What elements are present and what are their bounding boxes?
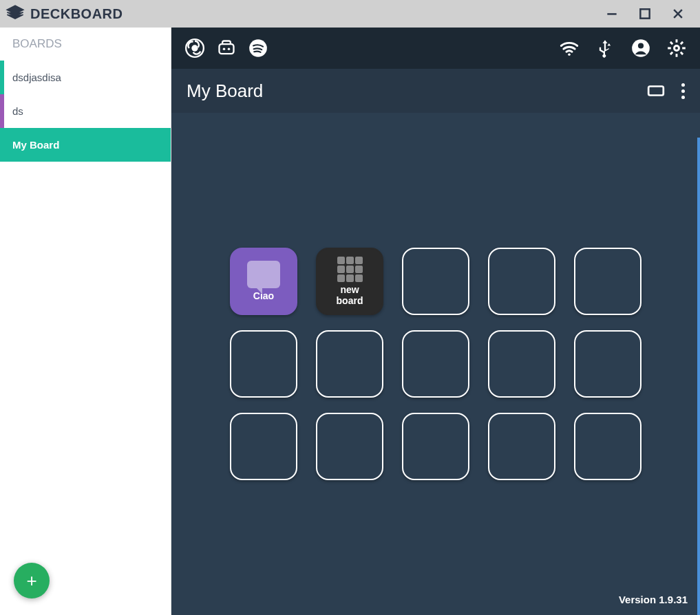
app-title: DECKBOARD bbox=[30, 6, 123, 22]
tile-10[interactable] bbox=[230, 413, 297, 480]
svg-point-10 bbox=[638, 43, 644, 48]
tile-6[interactable] bbox=[316, 330, 383, 398]
tile-2[interactable] bbox=[402, 248, 469, 315]
tile-8[interactable] bbox=[488, 330, 555, 398]
app-logo: DECKBOARD bbox=[6, 4, 123, 23]
tile-4[interactable] bbox=[574, 248, 641, 315]
sidebar-item-label: My Board bbox=[12, 139, 59, 151]
svg-point-11 bbox=[675, 46, 679, 51]
version-label: Version 1.9.31 bbox=[619, 594, 688, 605]
tile-12[interactable] bbox=[402, 413, 469, 480]
plus-icon: + bbox=[26, 570, 36, 592]
svg-rect-4 bbox=[220, 44, 234, 54]
maximize-button[interactable] bbox=[638, 7, 652, 21]
sidebar-item-label: ds bbox=[12, 105, 23, 117]
wifi-icon[interactable] bbox=[560, 39, 579, 58]
streamlabs-icon[interactable] bbox=[217, 39, 236, 58]
minimize-button[interactable] bbox=[605, 7, 619, 21]
window-controls bbox=[605, 7, 694, 21]
svg-rect-0 bbox=[607, 13, 616, 15]
sidebar-item-board-1[interactable]: ds bbox=[0, 94, 171, 128]
svg-rect-12 bbox=[648, 87, 664, 96]
tile-grid: Ciao new board bbox=[230, 248, 641, 480]
tile-1[interactable]: new board bbox=[316, 248, 383, 315]
svg-rect-1 bbox=[640, 9, 649, 18]
tile-14[interactable] bbox=[574, 413, 641, 480]
tile-13[interactable] bbox=[488, 413, 555, 480]
tile-11[interactable] bbox=[316, 413, 383, 480]
close-button[interactable] bbox=[671, 7, 685, 21]
titlebar: DECKBOARD bbox=[0, 0, 700, 28]
tile-9[interactable] bbox=[574, 330, 641, 398]
svg-point-5 bbox=[223, 47, 226, 50]
obs-icon[interactable] bbox=[185, 39, 204, 58]
usb-icon[interactable] bbox=[595, 39, 615, 58]
tile-3[interactable] bbox=[488, 248, 555, 315]
sidebar: BOARDS dsdjasdisa ds My Board + bbox=[0, 28, 171, 615]
grid-icon bbox=[337, 257, 363, 282]
chat-icon bbox=[247, 261, 280, 288]
deckboard-logo-icon bbox=[6, 4, 25, 23]
tile-7[interactable] bbox=[402, 330, 469, 398]
board-header: My Board bbox=[171, 69, 700, 113]
sidebar-header: BOARDS bbox=[0, 28, 171, 61]
account-icon[interactable] bbox=[631, 39, 650, 58]
board-title: My Board bbox=[187, 80, 263, 102]
svg-point-6 bbox=[228, 47, 231, 50]
tile-grid-container: Ciao new board bbox=[171, 113, 700, 615]
tile-5[interactable] bbox=[230, 330, 297, 398]
sidebar-item-label: dsdjasdisa bbox=[12, 72, 61, 83]
fullscreen-icon[interactable] bbox=[647, 82, 665, 100]
svg-point-3 bbox=[191, 45, 198, 51]
more-menu-button[interactable] bbox=[681, 83, 685, 99]
tile-label: new board bbox=[337, 285, 363, 306]
dots-vertical-icon bbox=[681, 83, 685, 99]
add-board-button[interactable]: + bbox=[14, 563, 50, 598]
settings-icon[interactable] bbox=[667, 39, 686, 58]
sidebar-item-board-0[interactable]: dsdjasdisa bbox=[0, 61, 171, 94]
boards-list: dsdjasdisa ds My Board bbox=[0, 61, 171, 615]
svg-point-8 bbox=[568, 54, 571, 56]
spotify-icon[interactable] bbox=[248, 39, 268, 58]
right-edge-indicator bbox=[697, 138, 700, 615]
tile-0[interactable]: Ciao bbox=[230, 248, 297, 315]
toolbar bbox=[171, 28, 700, 69]
main-content: My Board Ciao bbox=[171, 28, 700, 615]
sidebar-item-board-2[interactable]: My Board bbox=[0, 128, 171, 162]
